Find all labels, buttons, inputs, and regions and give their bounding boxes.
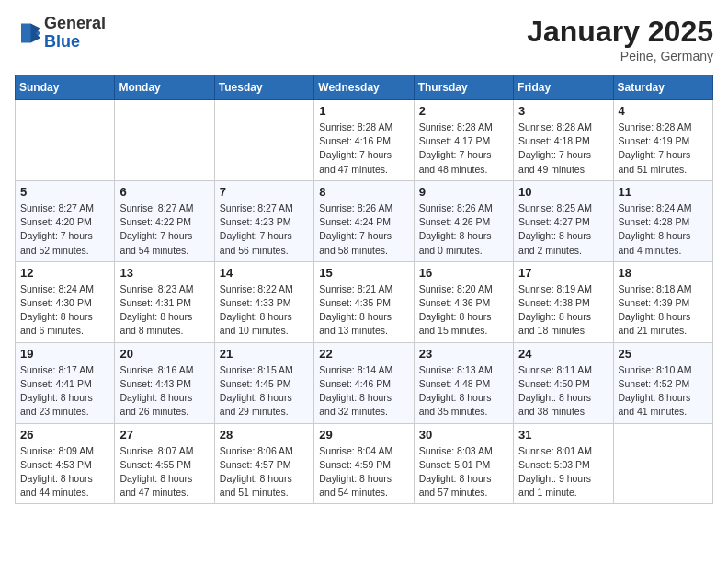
calendar-day-cell [214, 100, 313, 181]
day-info: Sunrise: 8:15 AM Sunset: 4:45 PM Dayligh… [220, 363, 309, 419]
calendar-week-row: 26Sunrise: 8:09 AM Sunset: 4:53 PM Dayli… [16, 423, 713, 504]
day-info: Sunrise: 8:11 AM Sunset: 4:50 PM Dayligh… [518, 363, 608, 419]
day-info: Sunrise: 8:23 AM Sunset: 4:31 PM Dayligh… [119, 282, 209, 339]
calendar-day-cell: 21Sunrise: 8:15 AM Sunset: 4:45 PM Dayli… [214, 342, 313, 423]
day-info: Sunrise: 8:04 AM Sunset: 4:59 PM Dayligh… [319, 444, 408, 500]
day-number: 12 [20, 266, 109, 280]
calendar-week-row: 19Sunrise: 8:17 AM Sunset: 4:41 PM Dayli… [16, 342, 713, 423]
day-number: 21 [220, 347, 309, 361]
calendar-week-row: 1Sunrise: 8:28 AM Sunset: 4:16 PM Daylig… [16, 100, 713, 181]
day-number: 14 [220, 266, 309, 280]
day-info: Sunrise: 8:20 AM Sunset: 4:36 PM Dayligh… [419, 282, 508, 339]
day-number: 23 [419, 347, 508, 361]
day-number: 4 [619, 104, 708, 118]
calendar-day-cell: 22Sunrise: 8:14 AM Sunset: 4:46 PM Dayli… [314, 342, 414, 423]
day-info: Sunrise: 8:28 AM Sunset: 4:17 PM Dayligh… [419, 121, 508, 177]
calendar-day-cell: 2Sunrise: 8:28 AM Sunset: 4:17 PM Daylig… [414, 100, 513, 181]
calendar-day-cell: 13Sunrise: 8:23 AM Sunset: 4:31 PM Dayli… [115, 261, 214, 342]
day-number: 17 [518, 266, 608, 280]
day-number: 7 [220, 185, 309, 199]
calendar-day-cell: 8Sunrise: 8:26 AM Sunset: 4:24 PM Daylig… [314, 180, 414, 261]
calendar-day-cell: 28Sunrise: 8:06 AM Sunset: 4:57 PM Dayli… [214, 423, 313, 504]
day-info: Sunrise: 8:09 AM Sunset: 4:53 PM Dayligh… [20, 444, 109, 500]
day-of-week-header: Tuesday [214, 75, 313, 100]
day-info: Sunrise: 8:26 AM Sunset: 4:26 PM Dayligh… [419, 201, 508, 258]
calendar-day-cell: 20Sunrise: 8:16 AM Sunset: 4:43 PM Dayli… [115, 342, 214, 423]
day-info: Sunrise: 8:17 AM Sunset: 4:41 PM Dayligh… [20, 363, 109, 419]
calendar-day-cell: 18Sunrise: 8:18 AM Sunset: 4:39 PM Dayli… [613, 261, 712, 342]
calendar-week-row: 5Sunrise: 8:27 AM Sunset: 4:20 PM Daylig… [16, 180, 713, 261]
day-of-week-header: Saturday [613, 75, 712, 100]
day-number: 1 [319, 104, 408, 118]
day-info: Sunrise: 8:01 AM Sunset: 5:03 PM Dayligh… [518, 444, 608, 500]
day-number: 27 [119, 428, 209, 442]
day-number: 3 [518, 104, 608, 118]
day-number: 11 [619, 185, 708, 199]
calendar-day-cell: 17Sunrise: 8:19 AM Sunset: 4:38 PM Dayli… [514, 261, 613, 342]
day-info: Sunrise: 8:14 AM Sunset: 4:46 PM Dayligh… [319, 363, 408, 419]
page-header: General Blue January 2025 Peine, Germany [15, 15, 713, 63]
calendar-day-cell: 15Sunrise: 8:21 AM Sunset: 4:35 PM Dayli… [314, 261, 414, 342]
calendar-table: SundayMondayTuesdayWednesdayThursdayFrid… [15, 75, 713, 504]
day-number: 26 [20, 428, 109, 442]
logo-icon [15, 20, 40, 46]
calendar-day-cell: 23Sunrise: 8:13 AM Sunset: 4:48 PM Dayli… [414, 342, 513, 423]
day-number: 8 [319, 185, 408, 199]
calendar-day-cell: 16Sunrise: 8:20 AM Sunset: 4:36 PM Dayli… [414, 261, 513, 342]
title-block: January 2025 Peine, Germany [527, 15, 713, 63]
day-info: Sunrise: 8:24 AM Sunset: 4:28 PM Dayligh… [619, 201, 708, 258]
day-number: 10 [518, 185, 608, 199]
day-number: 22 [319, 347, 408, 361]
calendar-day-cell: 24Sunrise: 8:11 AM Sunset: 4:50 PM Dayli… [514, 342, 613, 423]
calendar-day-cell: 29Sunrise: 8:04 AM Sunset: 4:59 PM Dayli… [314, 423, 414, 504]
day-info: Sunrise: 8:24 AM Sunset: 4:30 PM Dayligh… [20, 282, 109, 339]
calendar-day-cell: 5Sunrise: 8:27 AM Sunset: 4:20 PM Daylig… [16, 180, 115, 261]
calendar-day-cell: 26Sunrise: 8:09 AM Sunset: 4:53 PM Dayli… [16, 423, 115, 504]
calendar-day-cell: 7Sunrise: 8:27 AM Sunset: 4:23 PM Daylig… [214, 180, 313, 261]
day-of-week-header: Monday [115, 75, 214, 100]
day-number: 30 [419, 428, 508, 442]
calendar-day-cell: 30Sunrise: 8:03 AM Sunset: 5:01 PM Dayli… [414, 423, 513, 504]
day-number: 20 [119, 347, 209, 361]
day-info: Sunrise: 8:25 AM Sunset: 4:27 PM Dayligh… [518, 201, 608, 258]
day-info: Sunrise: 8:13 AM Sunset: 4:48 PM Dayligh… [419, 363, 508, 419]
day-info: Sunrise: 8:27 AM Sunset: 4:20 PM Dayligh… [20, 201, 109, 258]
day-info: Sunrise: 8:03 AM Sunset: 5:01 PM Dayligh… [419, 444, 508, 500]
logo-blue-text: Blue [44, 32, 80, 51]
day-info: Sunrise: 8:06 AM Sunset: 4:57 PM Dayligh… [220, 444, 309, 500]
day-number: 29 [319, 428, 408, 442]
day-number: 19 [20, 347, 109, 361]
calendar-day-cell [613, 423, 712, 504]
day-info: Sunrise: 8:28 AM Sunset: 4:19 PM Dayligh… [619, 121, 708, 177]
day-number: 6 [119, 185, 209, 199]
calendar-day-cell: 1Sunrise: 8:28 AM Sunset: 4:16 PM Daylig… [314, 100, 414, 181]
calendar-day-cell: 12Sunrise: 8:24 AM Sunset: 4:30 PM Dayli… [16, 261, 115, 342]
day-info: Sunrise: 8:10 AM Sunset: 4:52 PM Dayligh… [619, 363, 708, 419]
day-number: 2 [419, 104, 508, 118]
day-number: 28 [220, 428, 309, 442]
day-info: Sunrise: 8:19 AM Sunset: 4:38 PM Dayligh… [518, 282, 608, 339]
calendar-header-row: SundayMondayTuesdayWednesdayThursdayFrid… [16, 75, 713, 100]
calendar-day-cell [115, 100, 214, 181]
day-info: Sunrise: 8:18 AM Sunset: 4:39 PM Dayligh… [619, 282, 708, 339]
day-info: Sunrise: 8:07 AM Sunset: 4:55 PM Dayligh… [119, 444, 209, 500]
day-of-week-header: Friday [514, 75, 613, 100]
calendar-day-cell: 9Sunrise: 8:26 AM Sunset: 4:26 PM Daylig… [414, 180, 513, 261]
day-info: Sunrise: 8:26 AM Sunset: 4:24 PM Dayligh… [319, 201, 408, 258]
day-number: 24 [518, 347, 608, 361]
day-info: Sunrise: 8:27 AM Sunset: 4:22 PM Dayligh… [119, 201, 209, 258]
day-info: Sunrise: 8:27 AM Sunset: 4:23 PM Dayligh… [220, 201, 309, 258]
day-number: 13 [119, 266, 209, 280]
calendar-day-cell: 27Sunrise: 8:07 AM Sunset: 4:55 PM Dayli… [115, 423, 214, 504]
day-of-week-header: Sunday [16, 75, 115, 100]
logo-general-text: General [44, 14, 106, 32]
day-number: 18 [619, 266, 708, 280]
day-of-week-header: Thursday [414, 75, 513, 100]
day-number: 15 [319, 266, 408, 280]
calendar-week-row: 12Sunrise: 8:24 AM Sunset: 4:30 PM Dayli… [16, 261, 713, 342]
calendar-day-cell: 14Sunrise: 8:22 AM Sunset: 4:33 PM Dayli… [214, 261, 313, 342]
logo: General Blue [15, 15, 106, 52]
day-number: 9 [419, 185, 508, 199]
day-number: 5 [20, 185, 109, 199]
calendar-day-cell: 25Sunrise: 8:10 AM Sunset: 4:52 PM Dayli… [613, 342, 712, 423]
